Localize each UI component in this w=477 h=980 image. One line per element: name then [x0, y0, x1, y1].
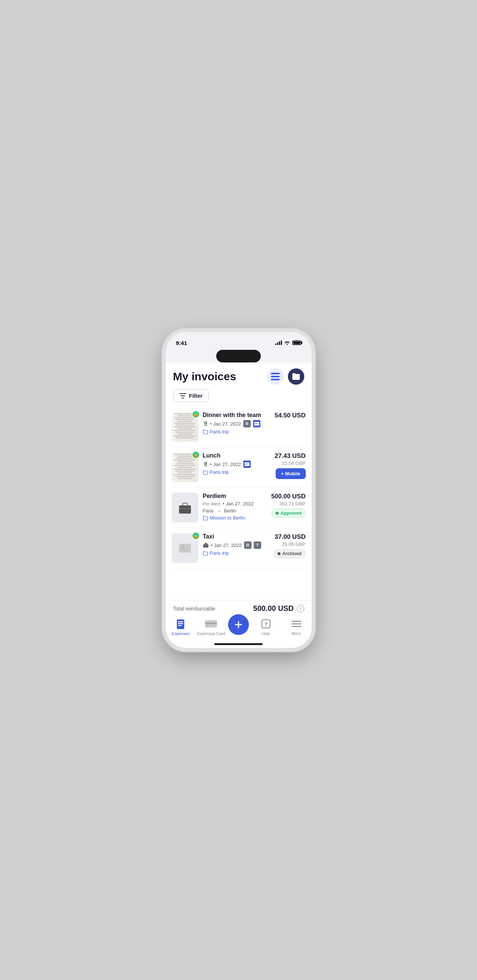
expenses-icon [175, 618, 187, 630]
invoice-name: Lunch [203, 452, 270, 459]
card-icon [205, 618, 217, 630]
svg-rect-16 [177, 619, 184, 629]
approved-label: Approved [281, 511, 301, 516]
folder-small-icon [203, 516, 208, 520]
svg-rect-1 [271, 376, 280, 377]
tab-help[interactable]: ? Help [251, 618, 281, 636]
tab-expensya-card[interactable]: Expensya Card [196, 618, 226, 636]
invoice-route: Paris → Berlin [203, 508, 267, 514]
mobile-badge-button[interactable]: + Mobile [276, 468, 305, 479]
invoice-info: Dinner with the team • Jan 27, 2022 R [203, 412, 270, 434]
filter-bar: Filter [166, 388, 312, 407]
invoice-amount: 500.00 USD 392.71 GBP Approved [271, 493, 306, 518]
invoice-date: • Jan 27, 2022 [210, 421, 241, 427]
dynamic-island [216, 350, 261, 363]
invoice-name: Perdiem [203, 493, 267, 500]
add-expense-button[interactable] [228, 614, 249, 635]
svg-rect-6 [244, 462, 250, 466]
briefcase-icon [178, 502, 192, 514]
tag-r: R [243, 420, 251, 428]
battery-icon [292, 340, 301, 345]
amount-secondary: 392.71 GBP [271, 501, 306, 506]
invoice-amount: 54.50 USD [274, 412, 305, 419]
invoice-meta: • Jan 27, 2022 [203, 460, 270, 468]
invoice-list: 🔒 Dinner with the team • Jan 27, 2022 R [166, 407, 312, 568]
lock-badge: 🔒 [192, 451, 200, 459]
svg-rect-8 [179, 508, 191, 509]
total-label: Total reimbursable [173, 606, 215, 612]
amount-main: 27.43 USD [274, 452, 305, 460]
archived-badge: Archived [273, 549, 305, 558]
svg-rect-21 [205, 622, 217, 624]
tab-more-label: More [292, 631, 301, 636]
invoice-item[interactable]: 🔒 Dinner with the team • Jan 27, 2022 R [172, 407, 306, 447]
lock-badge: 🔒 [192, 532, 200, 540]
svg-rect-14 [204, 545, 206, 546]
status-icons [275, 340, 301, 345]
folder-view-button[interactable] [288, 368, 304, 385]
tab-bar: Expenses Expensya Card [166, 615, 312, 642]
status-dot [276, 512, 279, 515]
invoice-item[interactable]: 🔒 Taxi • Jan 27, 2022 [172, 528, 306, 568]
invoice-date: • Jan 27, 2022 [210, 461, 241, 467]
svg-rect-19 [178, 625, 182, 626]
svg-rect-22 [206, 625, 210, 626]
invoice-folder[interactable]: Paris trip [203, 429, 270, 434]
invoice-category: Per diem [203, 501, 221, 506]
home-indicator [214, 643, 263, 645]
amount-main: 500.00 USD [271, 493, 306, 500]
amount-main: 54.50 USD [274, 412, 305, 419]
card-icon-small [254, 422, 259, 426]
tab-expenses-label: Expenses [172, 631, 190, 636]
svg-text:?: ? [264, 621, 268, 627]
tag-t: T [254, 541, 261, 549]
tag-r2: R [244, 541, 252, 549]
help-icon: ? [260, 618, 272, 630]
invoice-info: Lunch • Jan 27, 2022 [203, 452, 270, 475]
invoice-amount: 37.00 USD 29.06 GBP Archived [273, 533, 305, 558]
info-button[interactable]: i [297, 605, 304, 612]
invoice-folder[interactable]: Paris trip [203, 469, 270, 475]
status-dot [278, 552, 281, 555]
list-view-button[interactable] [267, 368, 284, 385]
svg-point-10 [181, 545, 184, 548]
folder-icon [292, 372, 300, 381]
tab-add [226, 619, 251, 635]
total-amount-group: 500.00 USD i [254, 604, 304, 613]
svg-rect-18 [178, 623, 183, 624]
signal-icon [275, 340, 282, 345]
invoice-name: Dinner with the team [203, 412, 270, 418]
more-icon [290, 618, 302, 630]
tag-card [253, 420, 260, 428]
app-content: My invoices [166, 363, 312, 600]
invoice-item[interactable]: 🔒 Lunch • Jan 27, 2022 [172, 447, 306, 488]
invoice-item[interactable]: Perdiem Per diem • Jan 27, 2022 Paris → … [172, 488, 306, 528]
approved-badge: Approved [271, 509, 305, 518]
status-time: 9:41 [176, 340, 187, 346]
invoice-folder[interactable]: Mission to Berlin [203, 515, 267, 521]
filter-icon [179, 393, 186, 398]
invoice-info: Taxi • Jan 27, 2022 R T [203, 533, 269, 556]
phone-frame: 9:41 My invoices [166, 332, 312, 648]
amount-secondary: 21.54 GBP [274, 460, 305, 466]
svg-point-13 [207, 547, 208, 548]
invoice-meta: Per diem • Jan 27, 2022 [203, 501, 267, 506]
folder-small-icon [203, 430, 208, 434]
total-value: 500.00 USD [254, 604, 294, 613]
tab-help-label: Help [262, 631, 270, 636]
amount-main: 37.00 USD [273, 533, 305, 541]
filter-button[interactable]: Filter [173, 389, 209, 402]
plus-icon [233, 619, 244, 630]
svg-rect-9 [179, 544, 191, 552]
invoice-thumbnail [172, 493, 198, 522]
image-placeholder-icon [178, 541, 192, 555]
wifi-icon [284, 340, 290, 345]
tab-expenses[interactable]: Expenses [166, 618, 196, 636]
archived-label: Archived [282, 551, 301, 556]
tab-card-label: Expensya Card [197, 631, 225, 636]
invoice-folder[interactable]: Paris trip [203, 550, 269, 556]
svg-rect-15 [206, 545, 207, 546]
invoice-info: Perdiem Per diem • Jan 27, 2022 Paris → … [203, 493, 267, 521]
svg-point-12 [204, 547, 205, 548]
tab-more[interactable]: More [281, 618, 312, 636]
